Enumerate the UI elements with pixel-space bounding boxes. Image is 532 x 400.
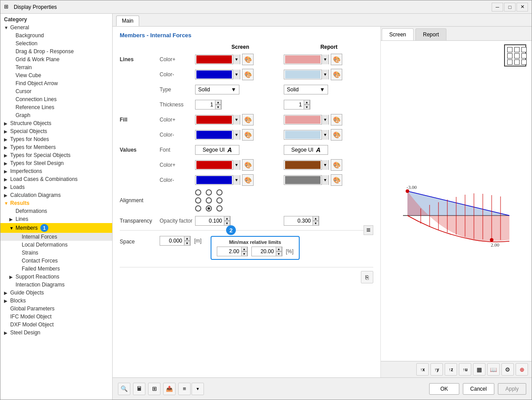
min-input[interactable]: 2.00 ▲ ▼ (217, 247, 248, 256)
tree-item-terrain[interactable]: Terrain (0, 63, 112, 71)
preview-tab-report[interactable]: Report (415, 28, 446, 40)
fill-color-minus-screen-dropdown[interactable]: ▼ (195, 130, 240, 140)
align-top-left[interactable] (195, 189, 201, 196)
tree-item-global-parameters[interactable]: Global Parameters (0, 305, 112, 313)
dropdown-arrow[interactable]: ▼ (233, 175, 240, 185)
fill-color-minus-screen-picker[interactable]: 🎨 (242, 129, 254, 141)
lines-type-report-dropdown[interactable]: Solid ▼ (284, 85, 328, 94)
tree-item-ifc-model[interactable]: IFC Model Object (0, 313, 112, 321)
values-color-minus-report-picker[interactable]: 🎨 (331, 174, 342, 186)
lines-color-minus-screen-picker[interactable]: 🎨 (242, 69, 254, 80)
align-bottom-left[interactable] (195, 205, 201, 212)
thickness-screen-input[interactable]: 1 ▲ ▼ (195, 100, 222, 110)
max-input[interactable]: 20.00 ▲ ▼ (251, 247, 282, 256)
calculator-button[interactable]: 🖩 (133, 383, 145, 395)
divider-expand-button[interactable]: ≡ (364, 225, 373, 235)
align-middle-right[interactable] (216, 197, 223, 204)
spin-down[interactable]: ▼ (304, 105, 310, 110)
align-middle-center[interactable] (206, 197, 212, 204)
axis-u-button[interactable]: ↑u (459, 363, 471, 376)
tree-item-loads[interactable]: ▶Loads (0, 183, 112, 191)
tree-item-structure-objects[interactable]: ▶Structure Objects (0, 119, 112, 127)
lines-color-minus-report-picker[interactable]: 🎨 (331, 69, 342, 80)
tab-main[interactable]: Main (116, 16, 139, 26)
dropdown-arrow[interactable]: ▼ (233, 130, 240, 140)
tree-item-deformations[interactable]: Deformations (0, 207, 112, 215)
spin-up[interactable]: ▲ (241, 247, 247, 251)
axis-x-button[interactable]: ↑x (416, 363, 429, 376)
space-input[interactable]: 0.000 ▲ ▼ (160, 236, 191, 246)
tree-item-special-objects[interactable]: ▶Special Objects (0, 127, 112, 135)
dropdown-arrow[interactable]: ▼ (321, 55, 329, 64)
copy-button[interactable]: ⎘ (361, 271, 373, 283)
help-button[interactable]: ⊕ (516, 363, 528, 376)
tree-item-grid[interactable]: Grid & Work Plane (0, 55, 112, 63)
values-color-plus-report-dropdown[interactable]: ▼ (284, 160, 329, 170)
tree-item-lines[interactable]: ▶Lines (0, 215, 112, 223)
minimize-button[interactable]: ─ (492, 3, 503, 12)
fill-color-plus-report-dropdown[interactable]: ▼ (284, 115, 329, 125)
values-color-minus-screen-dropdown[interactable]: ▼ (195, 175, 240, 185)
tree-item-view-cube[interactable]: View Cube (0, 71, 112, 79)
align-top-center[interactable] (206, 189, 212, 196)
lines-color-plus-screen-picker[interactable]: 🎨 (242, 54, 254, 65)
dropdown-arrow[interactable]: ▼ (233, 115, 240, 125)
tree-item-selection[interactable]: Selection (0, 39, 112, 47)
spin-up[interactable]: ▲ (313, 216, 319, 221)
spin-down[interactable]: ▼ (215, 105, 221, 110)
align-middle-left[interactable] (195, 197, 201, 204)
dropdown-arrow[interactable]: ▼ (321, 175, 329, 185)
tree-item-contact-forces[interactable]: Contact Forces (0, 257, 112, 265)
values-color-plus-report-picker[interactable]: 🎨 (331, 159, 342, 171)
render-button[interactable]: ▦ (473, 363, 485, 376)
spin-down[interactable]: ▼ (241, 251, 247, 256)
mode-arrow[interactable]: ▼ (192, 383, 204, 395)
fill-color-minus-report-picker[interactable]: 🎨 (331, 129, 342, 141)
tree-item-load-cases[interactable]: ▶Load Cases & Combinations (0, 175, 112, 183)
tree-item-imperfections[interactable]: ▶Imperfections (0, 167, 112, 175)
lines-type-screen-dropdown[interactable]: Solid ▼ (195, 85, 239, 94)
tree-item-connection-lines[interactable]: Connection Lines (0, 95, 112, 103)
tree-item-types-nodes[interactable]: ▶Types for Nodes (0, 135, 112, 143)
apply-button[interactable]: Apply (498, 383, 526, 395)
align-bottom-center[interactable] (206, 205, 212, 212)
tree-item-results[interactable]: ▼Results (0, 199, 112, 207)
lines-color-plus-report-dropdown[interactable]: ▼ (284, 55, 329, 64)
values-color-plus-screen-picker[interactable]: 🎨 (242, 159, 254, 171)
tree-item-failed-members[interactable]: Failed Members (0, 265, 112, 273)
tree-item-internal-forces[interactable]: Internal Forces (0, 233, 112, 241)
tree-item-types-steel[interactable]: ▶Types for Steel Design (0, 159, 112, 167)
thickness-report-input[interactable]: 1 ▲ ▼ (284, 100, 310, 110)
values-color-minus-screen-picker[interactable]: 🎨 (242, 174, 254, 186)
tree-item-cursor[interactable]: Cursor (0, 87, 112, 95)
font-screen-button[interactable]: Segoe UI A (195, 145, 239, 155)
ok-button[interactable]: OK (429, 383, 459, 395)
opacity-report-input[interactable]: 0.300 ▲ ▼ (284, 216, 319, 226)
tree-item-interaction-diagrams[interactable]: Interaction Diagrams (0, 281, 112, 289)
values-color-minus-report-dropdown[interactable]: ▼ (284, 175, 329, 185)
font-report-button[interactable]: Segoe UI A (284, 145, 328, 155)
tree-item-steel-design[interactable]: ▶Steel Design (0, 329, 112, 337)
opacity-screen-input[interactable]: 0.100 ▲ ▼ (195, 216, 231, 226)
lines-color-minus-screen-dropdown[interactable]: ▼ (195, 70, 240, 79)
spin-up[interactable]: ▲ (224, 216, 230, 221)
axis-z-button[interactable]: ↑z (445, 363, 457, 376)
tree-item-types-special[interactable]: ▶Types for Special Objects (0, 151, 112, 159)
tree-item-dxf-model[interactable]: DXF Model Object (0, 321, 112, 329)
tree-item-local-deformations[interactable]: Local Deformations (0, 241, 112, 249)
dropdown-arrow[interactable]: ▼ (321, 115, 329, 125)
export-button[interactable]: 📤 (163, 383, 176, 395)
tree-item-find-object[interactable]: Find Object Arrow (0, 79, 112, 87)
tree-item-members[interactable]: ▼Members 1 (0, 223, 112, 233)
spin-down[interactable]: ▼ (184, 241, 190, 246)
spin-down[interactable]: ▼ (313, 221, 319, 226)
close-button[interactable]: ✕ (516, 3, 528, 12)
tree-item-drag-drop[interactable]: Drag & Drop - Response (0, 47, 112, 55)
lines-color-minus-report-dropdown[interactable]: ▼ (284, 70, 329, 79)
lines-color-plus-report-picker[interactable]: 🎨 (331, 54, 342, 65)
fill-color-plus-report-picker[interactable]: 🎨 (331, 114, 342, 125)
dropdown-arrow[interactable]: ▼ (321, 70, 329, 79)
book-button[interactable]: 📖 (487, 363, 500, 376)
dropdown-arrow[interactable]: ▼ (233, 70, 240, 79)
spin-up[interactable]: ▲ (184, 236, 190, 241)
